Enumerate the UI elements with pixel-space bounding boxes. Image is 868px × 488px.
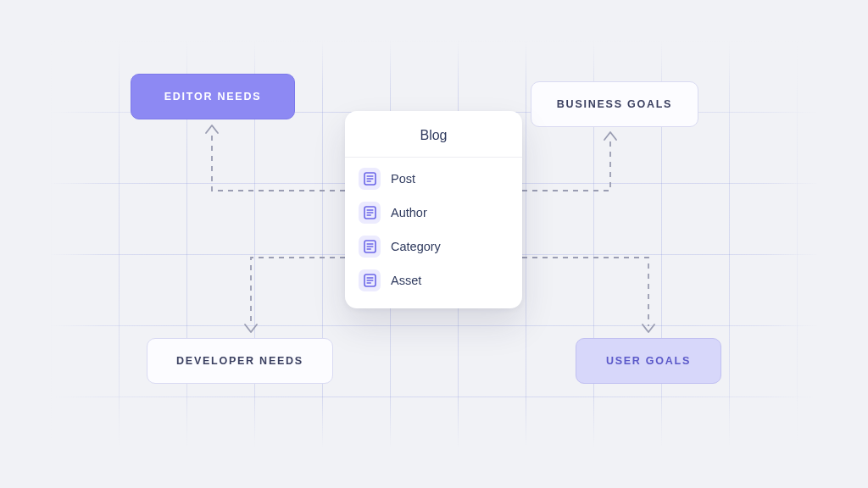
panel-item: Post xyxy=(359,168,509,190)
diagram-canvas: EDITOR NEEDS BUSINESS GOALS DEVELOPER NE… xyxy=(0,0,868,488)
node-label: USER GOALS xyxy=(606,355,691,367)
panel-item-label: Asset xyxy=(391,274,421,287)
panel-item: Category xyxy=(359,236,509,258)
document-icon xyxy=(359,269,381,291)
node-editor-needs: EDITOR NEEDS xyxy=(131,74,295,119)
panel-item: Author xyxy=(359,202,509,224)
panel-item-label: Category xyxy=(391,240,441,253)
node-user-goals: USER GOALS xyxy=(576,338,721,384)
panel-item-label: Post xyxy=(391,172,415,186)
node-label: BUSINESS GOALS xyxy=(557,98,672,110)
panel-items: Post Author Category Asset xyxy=(345,158,522,308)
panel-item: Asset xyxy=(359,269,509,291)
node-label: DEVELOPER NEEDS xyxy=(176,355,303,367)
panel-item-label: Author xyxy=(391,206,427,219)
document-icon xyxy=(359,168,381,190)
document-icon xyxy=(359,236,381,258)
node-label: EDITOR NEEDS xyxy=(164,91,262,103)
content-model-panel: Blog Post Author Category xyxy=(345,111,522,308)
node-developer-needs: DEVELOPER NEEDS xyxy=(147,338,333,384)
node-business-goals: BUSINESS GOALS xyxy=(531,81,698,127)
document-icon xyxy=(359,202,381,224)
panel-title: Blog xyxy=(345,111,522,158)
